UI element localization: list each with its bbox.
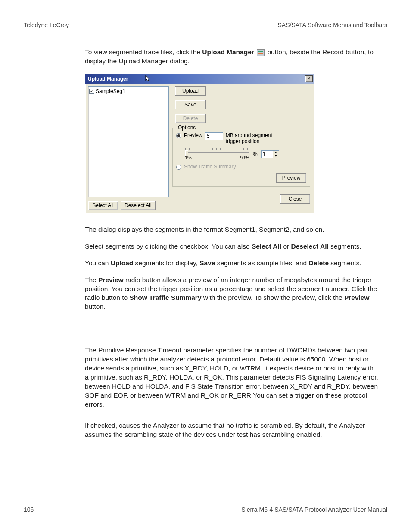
paragraph: The Preview radio button allows a previe… — [85, 276, 379, 312]
show-traffic-radio[interactable] — [176, 165, 181, 170]
deselect-all-button[interactable]: Deselect All — [121, 201, 156, 210]
dialog-titlebar[interactable]: Upload Manager × — [85, 74, 314, 84]
upload-button[interactable]: Upload — [175, 86, 206, 96]
preview-mb-input[interactable]: 5 — [205, 132, 223, 140]
upload-manager-term: Upload Manager — [202, 48, 254, 56]
options-label: Options — [176, 124, 197, 131]
save-button[interactable]: Save — [175, 100, 206, 109]
paragraph: Select segments by clicking the checkbox… — [85, 242, 379, 251]
cursor-icon — [145, 75, 151, 83]
close-button[interactable]: Close — [280, 194, 310, 204]
page-header: Teledyne LeCroy SAS/SATA Software Menus … — [24, 22, 387, 31]
preview-desc-line2: trigger position — [226, 138, 260, 144]
segment-listbox[interactable]: ✓ SampleSeg1 — [88, 86, 169, 197]
preview-desc-line1: MB around segment — [226, 132, 272, 138]
slider-min-label: 1% — [185, 155, 192, 160]
spin-value[interactable]: 1 — [261, 150, 273, 158]
paragraph: You can Upload segments for display, Sav… — [85, 259, 379, 268]
segment-checkbox[interactable]: ✓ — [89, 89, 94, 94]
header-left: Teledyne LeCroy — [24, 22, 69, 28]
percent-label: % — [253, 151, 258, 157]
spin-up-icon[interactable]: ▲ — [273, 151, 279, 155]
list-item[interactable]: ✓ SampleSeg1 — [89, 88, 168, 95]
header-right: SAS/SATA Software Menus and Toolbars — [278, 22, 387, 28]
preview-radio-label: Preview — [184, 132, 202, 138]
upload-manager-dialog: Upload Manager × ✓ SampleSeg1 — [85, 74, 314, 213]
paragraph: The Primitive Response Timeout parameter… — [85, 346, 379, 409]
page-footer: 106 Sierra M6-4 SAS/SATA Protocol Analyz… — [24, 506, 387, 513]
segment-label: SampleSeg1 — [96, 88, 125, 94]
preview-button[interactable]: Preview — [276, 173, 306, 183]
slider-max-label: 99% — [240, 155, 249, 160]
page-number: 106 — [24, 506, 34, 513]
options-groupbox: Options Preview 5 MB around segment trig… — [172, 128, 310, 187]
doc-title: Sierra M6-4 SAS/SATA Protocol Analyzer U… — [241, 506, 387, 513]
delete-button[interactable]: Delete — [175, 114, 206, 123]
intro-paragraph: To view segmented trace files, click the… — [85, 48, 379, 66]
select-all-button[interactable]: Select All — [88, 201, 118, 210]
preview-radio[interactable] — [176, 133, 181, 138]
spin-down-icon[interactable]: ▼ — [273, 154, 279, 158]
segment-spinner[interactable]: 1 ▲ ▼ — [261, 150, 279, 158]
show-traffic-label: Show Traffic Summary — [184, 164, 236, 170]
dialog-title: Upload Manager — [88, 76, 128, 82]
trigger-position-slider[interactable]: 1% 99% — [185, 148, 249, 160]
paragraph: The dialog displays the segments in the … — [85, 225, 379, 234]
close-icon[interactable]: × — [305, 75, 313, 82]
paragraph: If checked, causes the Analyzer to assum… — [85, 421, 379, 439]
upload-manager-icon — [257, 49, 265, 56]
